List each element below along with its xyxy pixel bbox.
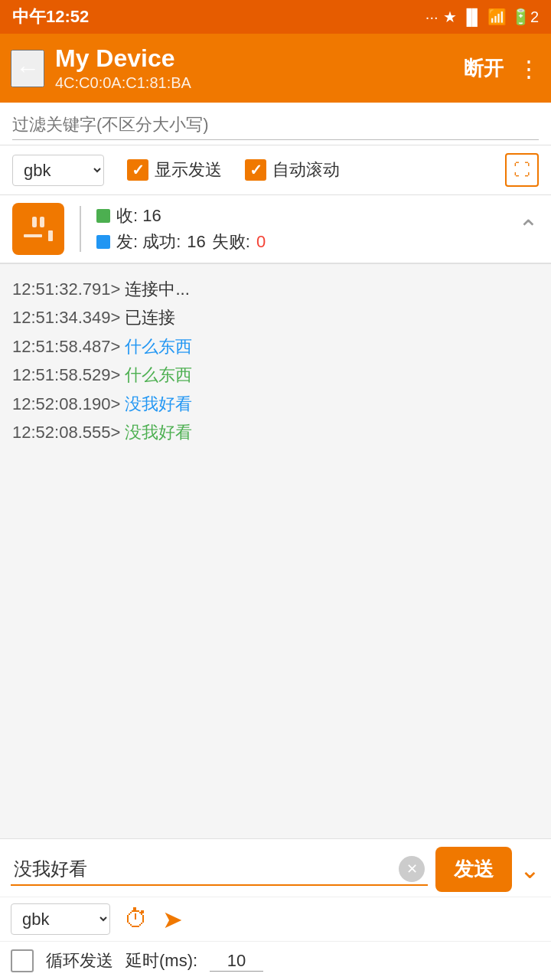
chevron-down-icon: ⌄: [520, 856, 540, 884]
clear-icon: ✕: [406, 861, 418, 877]
bottom-area: ✕ 发送 ⌄ gbk utf-8 ⏱ ➤ 循环发送 延时(ms):: [0, 838, 551, 980]
stats-text: 收: 16 发: 成功: 16 失败: 0: [96, 204, 266, 253]
pause-bar2-icon: [40, 217, 44, 227]
history-button[interactable]: ⏱: [124, 905, 148, 933]
log-time: 12:52:08.555>: [12, 423, 125, 442]
log-msg: 连接中...: [125, 279, 189, 299]
log-time: 12:51:58.487>: [12, 337, 125, 356]
log-line: 12:52:08.190> 没我好看: [12, 390, 539, 418]
collapse-button[interactable]: ⌃: [518, 214, 539, 243]
more-menu-button[interactable]: ⋮: [517, 55, 540, 82]
send-button[interactable]: 发送: [435, 847, 512, 892]
log-line: 12:51:32.791> 连接中...: [12, 275, 539, 303]
log-time: 12:51:58.529>: [12, 365, 125, 384]
loop-send-checkbox[interactable]: [11, 949, 34, 972]
send-input[interactable]: [11, 854, 428, 884]
clear-icon-row: [24, 230, 53, 241]
log-msg: 已连接: [125, 308, 175, 327]
history-icon: ⏱: [124, 905, 148, 933]
top-actions: 断开 ⋮: [464, 55, 540, 82]
log-msg: 什么东西: [125, 337, 192, 356]
status-icons: ··· ★ ▐▌ 📶 🔋2: [425, 8, 539, 26]
delay-label: 延时(ms):: [126, 949, 197, 972]
send-input-wrapper: ✕: [11, 854, 428, 886]
clear-input-button[interactable]: ✕: [399, 856, 425, 882]
send-icon-button[interactable]: ➤: [162, 905, 183, 934]
send-label: 发: 成功:: [116, 230, 181, 253]
top-bar: ← My Device 4C:C0:0A:C1:81:BA 断开 ⋮: [0, 34, 551, 103]
auto-scroll-group: ✓ 自动滚动: [245, 158, 340, 181]
wifi-icon: 📶: [487, 8, 507, 26]
expand-down-button[interactable]: ⌄: [520, 855, 540, 884]
send-arrow-icon: ➤: [162, 906, 183, 933]
collapse-icon: ⌃: [518, 215, 539, 243]
send-fail-count: 0: [256, 232, 266, 252]
auto-scroll-checkbox[interactable]: ✓: [245, 159, 266, 181]
pause-clear-button[interactable]: [12, 203, 64, 255]
pause-bar1-icon: [32, 217, 37, 227]
status-bar: 中午12:52 ··· ★ ▐▌ 📶 🔋2: [0, 0, 551, 34]
pause-icon-row: [32, 217, 44, 227]
loop-send-label: 循环发送: [46, 949, 113, 972]
more-icon: ⋮: [517, 56, 540, 81]
log-line: 12:51:34.349> 已连接: [12, 303, 539, 332]
device-mac: 4C:C0:0A:C1:81:BA: [55, 74, 453, 92]
recv-dot-icon: [96, 209, 110, 223]
send-stat: 发: 成功: 16 失败: 0: [96, 230, 266, 253]
stats-divider: [80, 206, 81, 252]
filter-area: [0, 103, 551, 145]
battery-icon: 🔋2: [511, 8, 539, 26]
loop-row: 循环发送 延时(ms):: [0, 942, 551, 980]
device-name: My Device: [55, 44, 453, 73]
filter-input[interactable]: [12, 110, 539, 140]
send-fail-sep: 失败:: [212, 230, 250, 253]
log-msg: 没我好看: [125, 423, 192, 442]
status-time: 中午12:52: [12, 5, 89, 28]
device-info: My Device 4C:C0:0A:C1:81:BA: [55, 44, 453, 92]
log-area: 12:51:32.791> 连接中...12:51:34.349> 已连接12:…: [0, 264, 551, 708]
disconnect-button[interactable]: 断开: [464, 55, 504, 82]
fullscreen-icon: ⛶: [514, 160, 530, 180]
stats-row: 收: 16 发: 成功: 16 失败: 0 ⌃: [0, 195, 551, 264]
signal-dots-icon: ···: [425, 8, 439, 26]
encoding-select-2[interactable]: gbk utf-8: [11, 903, 110, 935]
bluetooth-icon: ★: [443, 8, 457, 26]
clear-bar-icon: [48, 230, 53, 241]
delay-input[interactable]: [210, 951, 263, 972]
signal-bars-icon: ▐▌: [461, 8, 483, 26]
log-line: 12:51:58.529> 什么东西: [12, 361, 539, 389]
show-send-checkbox[interactable]: ✓: [127, 159, 148, 181]
back-button[interactable]: ←: [11, 50, 44, 87]
fullscreen-button[interactable]: ⛶: [505, 153, 539, 187]
log-time: 12:52:08.190>: [12, 394, 125, 413]
log-line: 12:52:08.555> 没我好看: [12, 418, 539, 446]
checkmark-icon: ✓: [132, 161, 145, 179]
log-msg: 什么东西: [125, 365, 192, 384]
recv-count: 收: 16: [116, 204, 161, 227]
show-send-label: 显示发送: [155, 158, 222, 181]
send-dot-icon: [96, 235, 110, 249]
auto-scroll-label: 自动滚动: [272, 158, 340, 181]
send-success-count: 16: [187, 232, 205, 252]
log-time: 12:51:32.791>: [12, 279, 125, 299]
log-time: 12:51:34.349>: [12, 308, 125, 327]
bottom-enc-row: gbk utf-8 ⏱ ➤: [0, 897, 551, 942]
checkmark-icon2: ✓: [249, 161, 262, 179]
log-line: 12:51:58.487> 什么东西: [12, 332, 539, 361]
clear-line-icon: [24, 234, 42, 237]
encoding-select[interactable]: gbk utf-8: [12, 155, 104, 186]
back-icon: ←: [15, 54, 40, 82]
controls-row: gbk utf-8 ✓ 显示发送 ✓ 自动滚动 ⛶: [0, 145, 551, 195]
send-row: ✕ 发送 ⌄: [0, 839, 551, 897]
show-send-group: ✓ 显示发送: [127, 158, 222, 181]
log-msg: 没我好看: [125, 394, 192, 413]
recv-stat: 收: 16: [96, 204, 266, 227]
